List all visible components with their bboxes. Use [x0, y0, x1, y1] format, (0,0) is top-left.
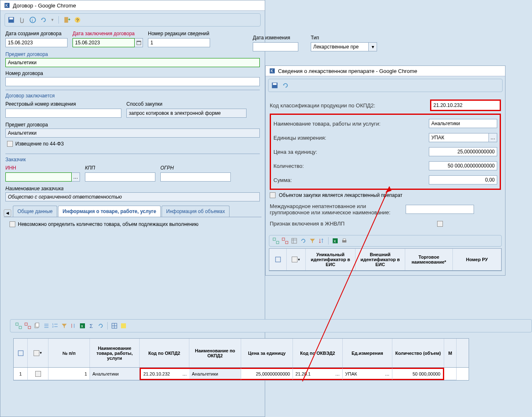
- dialog-grid-toolbar: X: [269, 235, 502, 247]
- row-checkbox[interactable]: [35, 371, 41, 377]
- tab-prev-icon[interactable]: ◄: [4, 209, 11, 217]
- info-icon[interactable]: i: [29, 16, 36, 24]
- select-all-checkbox[interactable]: [292, 257, 297, 262]
- contract-number-input[interactable]: [5, 77, 260, 86]
- col-ru-number[interactable]: Номер РУ: [453, 249, 501, 270]
- is-drug-label: Объектом закупки является лекарственный …: [279, 192, 402, 198]
- app-icon: K: [269, 68, 276, 74]
- save-icon[interactable]: [7, 16, 15, 24]
- subject-input[interactable]: [5, 58, 260, 67]
- kpp-input[interactable]: [85, 172, 155, 182]
- attach-icon[interactable]: [18, 16, 26, 24]
- revision-number-input[interactable]: [148, 38, 210, 47]
- okpd-label: Код классификации продукции по ОКПД2:: [270, 102, 427, 109]
- select-all-checkbox[interactable]: [34, 350, 39, 356]
- list-icon[interactable]: [43, 322, 49, 329]
- dlg-price-input[interactable]: [429, 147, 497, 156]
- sort-icon[interactable]: [70, 322, 77, 329]
- svg-text:2: 2: [52, 325, 54, 328]
- table-row[interactable]: 1 1 Анальгетики 21.20.10.232… Анальгетик…: [14, 368, 469, 380]
- refresh-icon[interactable]: [97, 322, 104, 329]
- col-m[interactable]: М: [444, 339, 457, 367]
- tree-expand-icon[interactable]: [15, 322, 22, 329]
- impossible-label: Невозможно определить количество товара,…: [18, 221, 198, 227]
- grid-icon[interactable]: [275, 256, 281, 263]
- dlg-price-label: Цена за единицу:: [273, 149, 426, 155]
- impossible-checkbox[interactable]: [10, 221, 15, 227]
- ogrn-input[interactable]: [160, 172, 231, 182]
- dlg-qty-input[interactable]: [429, 161, 497, 170]
- svg-rect-27: [16, 323, 18, 325]
- col-okved[interactable]: Код по ОКВЭД2: [293, 339, 343, 367]
- numbered-list-icon[interactable]: 12: [52, 322, 58, 329]
- dlg-unit-input[interactable]: [429, 133, 489, 142]
- svg-rect-30: [28, 326, 31, 329]
- excel-icon[interactable]: X: [79, 322, 86, 329]
- type-select[interactable]: [311, 42, 369, 51]
- dlg-unit-label: Единицы измерения:: [273, 135, 426, 141]
- inn-input[interactable]: [5, 172, 72, 182]
- cell-num: 1: [48, 368, 90, 380]
- tab-volumes[interactable]: Информация об объемах: [162, 206, 230, 217]
- unit-lookup-icon[interactable]: …: [489, 133, 497, 142]
- mnn-label: Международное непатентованное или группи…: [270, 203, 402, 216]
- change-date-input[interactable]: [253, 42, 298, 51]
- refresh-icon[interactable]: [300, 238, 307, 244]
- door-icon[interactable]: [63, 16, 70, 24]
- col-num[interactable]: № п/п: [48, 339, 90, 367]
- dialog-titlebar: K Сведения о лекарственном препарате - G…: [266, 66, 505, 76]
- filter-icon[interactable]: [61, 322, 68, 329]
- col-unique-id[interactable]: Уникальный идентификатор в ЕИС: [306, 249, 355, 270]
- tree-collapse-icon[interactable]: [24, 322, 31, 329]
- col-qty[interactable]: Количество (объем): [392, 339, 444, 367]
- col-unit[interactable]: Ед.измерения: [343, 339, 392, 367]
- col-trade-name[interactable]: Торговое наименование*: [405, 249, 453, 270]
- help-icon[interactable]: ?: [74, 16, 81, 24]
- sum-icon[interactable]: Σ: [88, 322, 95, 329]
- save-icon[interactable]: [271, 82, 278, 89]
- svg-text:K: K: [5, 3, 8, 8]
- svg-text:K: K: [271, 69, 273, 73]
- creation-date-input[interactable]: [5, 38, 68, 47]
- tree-expand-icon[interactable]: [273, 238, 279, 244]
- tree-collapse-icon[interactable]: [282, 238, 288, 244]
- mnn-input[interactable]: [406, 205, 474, 214]
- copy-icon[interactable]: [34, 322, 40, 329]
- tab-product-info[interactable]: Информация о товаре, работе, услуге: [58, 206, 161, 217]
- sort-icon[interactable]: [318, 238, 325, 244]
- dlg-name-input[interactable]: [429, 119, 497, 128]
- col-item-name[interactable]: Наименование товара, работы, услуги: [90, 339, 140, 367]
- svg-text:X: X: [81, 324, 83, 328]
- creation-date-label: Дата создания договора: [5, 31, 68, 37]
- notice-44fz-checkbox[interactable]: [7, 141, 13, 147]
- grid-view-icon[interactable]: [111, 322, 118, 329]
- highlight-icon[interactable]: [120, 322, 127, 329]
- col-unit-price[interactable]: Цена за единицу: [241, 339, 293, 367]
- conclusion-date-input[interactable]: [73, 38, 135, 47]
- okpd-input[interactable]: [431, 101, 500, 110]
- spreadsheet-icon[interactable]: [291, 238, 297, 244]
- purchase-method-label: Способ закупки: [126, 101, 247, 108]
- col-okpd[interactable]: Код по ОКПД2: [140, 339, 189, 367]
- cell-unit: УПАК: [345, 371, 357, 376]
- customer-name-input: [5, 192, 260, 201]
- print-icon[interactable]: [341, 238, 348, 244]
- registry-number-input[interactable]: [5, 109, 121, 118]
- dlg-sum-input[interactable]: [429, 175, 497, 184]
- zhnvlp-checkbox[interactable]: [437, 221, 443, 227]
- tab-general[interactable]: Общие данные: [13, 206, 57, 217]
- refresh-icon[interactable]: [282, 82, 289, 89]
- inn-lookup-icon[interactable]: …: [72, 172, 80, 182]
- calendar-icon[interactable]: [135, 38, 143, 47]
- svg-rect-46: [121, 323, 126, 328]
- is-drug-checkbox[interactable]: [270, 192, 276, 198]
- grid-icon[interactable]: [17, 350, 24, 356]
- refresh-icon[interactable]: [40, 16, 47, 24]
- excel-icon[interactable]: X: [332, 238, 339, 244]
- conclusion-date-label: Дата заключения договора: [73, 31, 143, 37]
- inn-label: ИНН: [5, 165, 80, 172]
- col-okpd-name[interactable]: Наименование по ОКПД2: [189, 339, 241, 367]
- filter-icon[interactable]: [309, 238, 316, 244]
- type-dropdown-icon[interactable]: ▾: [369, 42, 377, 51]
- col-external-id[interactable]: Внешний идентификатор в ЕИС: [355, 249, 405, 270]
